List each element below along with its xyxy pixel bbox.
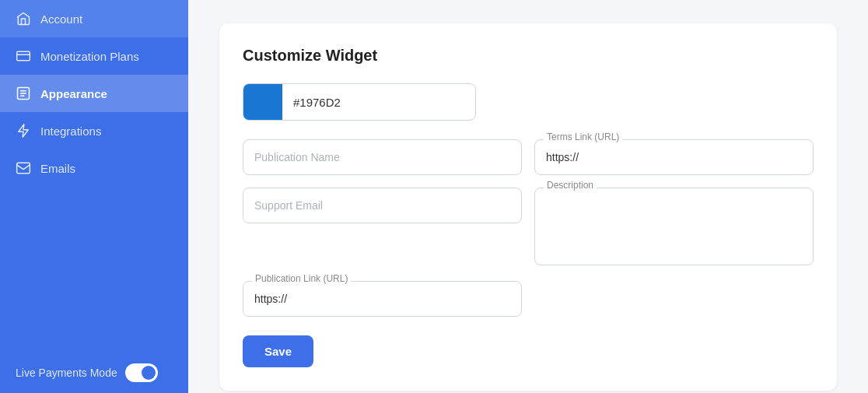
- publication-link-field: Publication Link (URL): [243, 281, 522, 317]
- publication-link-input[interactable]: [243, 281, 522, 317]
- color-input[interactable]: [282, 96, 475, 109]
- color-picker-row: [243, 83, 814, 121]
- description-textarea[interactable]: [534, 188, 814, 265]
- main-content: Customize Widget Terms Link (URL): [188, 0, 868, 393]
- terms-link-field: Terms Link (URL): [534, 139, 814, 175]
- sidebar-item-integrations[interactable]: Integrations: [0, 112, 188, 149]
- publication-name-input[interactable]: [243, 139, 522, 175]
- description-label: Description: [544, 180, 597, 191]
- publication-link-label: Publication Link (URL): [252, 273, 351, 284]
- card-title: Customize Widget: [243, 47, 814, 65]
- form-row-1: Terms Link (URL): [243, 139, 814, 175]
- edit-icon: [16, 86, 31, 101]
- sidebar-item-monetization-label: Monetization Plans: [40, 50, 139, 63]
- publication-name-field: [243, 139, 522, 175]
- sidebar-item-monetization[interactable]: Monetization Plans: [0, 37, 188, 75]
- terms-link-input[interactable]: [534, 139, 814, 175]
- sidebar-item-emails-label: Emails: [40, 162, 75, 175]
- form-row-2: Description: [243, 188, 814, 268]
- home-icon: [16, 11, 31, 26]
- svg-rect-2: [17, 163, 30, 173]
- sidebar-item-account[interactable]: Account: [0, 0, 188, 37]
- card-icon: [16, 48, 31, 64]
- description-field: Description: [534, 188, 814, 268]
- sidebar-item-integrations-label: Integrations: [40, 125, 101, 138]
- live-payments-label: Live Payments Mode: [16, 367, 117, 379]
- color-input-wrapper: [243, 83, 476, 121]
- support-email-input[interactable]: [243, 188, 522, 223]
- color-swatch[interactable]: [243, 83, 282, 121]
- live-payments-toggle[interactable]: [125, 363, 158, 382]
- support-email-field: [243, 188, 522, 268]
- sidebar-item-account-label: Account: [40, 12, 82, 26]
- sidebar: Account Monetization Plans Appearance In…: [0, 0, 188, 393]
- svg-rect-0: [17, 51, 30, 61]
- sidebar-item-emails[interactable]: Emails: [0, 149, 188, 187]
- bolt-icon: [16, 123, 31, 139]
- sidebar-item-appearance[interactable]: Appearance: [0, 75, 188, 112]
- customize-widget-card: Customize Widget Terms Link (URL): [219, 23, 837, 391]
- form-row-3: Publication Link (URL): [243, 281, 814, 317]
- save-button[interactable]: Save: [243, 335, 313, 367]
- live-payments-row: Live Payments Mode: [0, 353, 188, 393]
- sidebar-item-appearance-label: Appearance: [40, 87, 107, 100]
- terms-link-label: Terms Link (URL): [544, 132, 622, 142]
- mail-icon: [16, 160, 31, 176]
